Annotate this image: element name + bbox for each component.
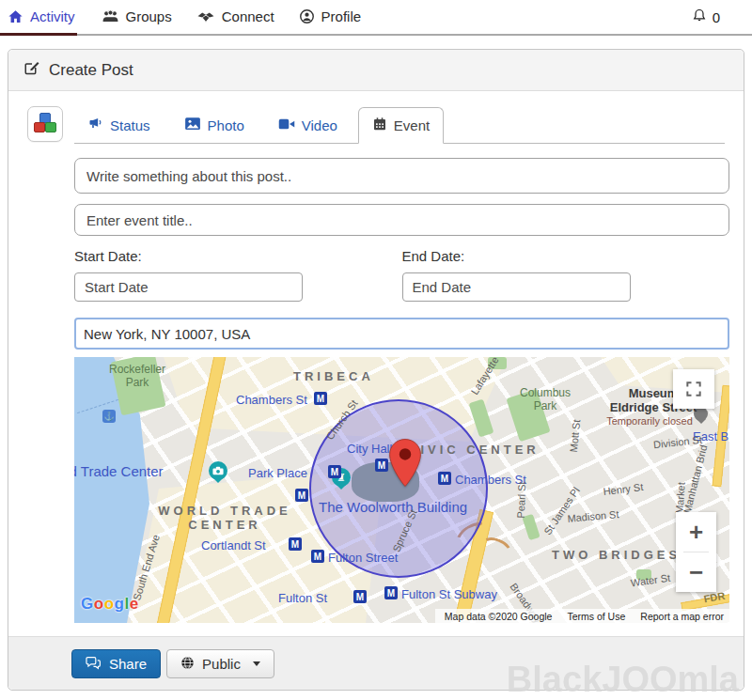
tab-photo[interactable]: Photo: [171, 107, 258, 143]
end-date-label: End Date:: [402, 248, 730, 264]
share-button-label: Share: [109, 656, 147, 672]
caret-down-icon: [253, 661, 260, 666]
report-error-link[interactable]: Report a map error: [640, 611, 724, 622]
panel-body: Status Photo Video: [8, 91, 744, 623]
date-row: Start Date: End Date:: [74, 248, 729, 302]
notification-count: 0: [713, 9, 720, 25]
google-logo-letter: g: [115, 595, 125, 613]
photo-icon: [184, 117, 201, 133]
nav-item-connect[interactable]: Connect: [196, 0, 274, 36]
location-pin-icon[interactable]: [387, 438, 423, 488]
tab-event[interactable]: Event: [358, 107, 444, 144]
map-park: [636, 569, 651, 580]
share-button[interactable]: Share: [71, 649, 161, 678]
nav-item-groups[interactable]: Groups: [102, 0, 172, 36]
google-logo-letter: o: [94, 595, 104, 613]
comments-icon: [86, 656, 102, 673]
camera-marker-icon[interactable]: [209, 461, 227, 480]
nav-item-label: Connect: [222, 8, 274, 24]
map-data-text: Map data ©2020 Google: [445, 611, 553, 622]
closed-place-marker-icon[interactable]: [694, 407, 708, 421]
handshake-icon: [196, 9, 215, 24]
map-park: [488, 357, 507, 369]
google-logo-letter: e: [130, 595, 139, 613]
end-date-input[interactable]: [402, 272, 631, 302]
nav-item-label: Activity: [30, 8, 75, 24]
composer-tabs: Status Photo Video: [74, 107, 725, 144]
event-title-input[interactable]: [74, 204, 729, 236]
visibility-dropdown[interactable]: Public: [166, 649, 274, 678]
start-date-label: Start Date:: [74, 248, 402, 264]
composer-tab-row: Status Photo Video: [27, 106, 725, 144]
nav-item-profile[interactable]: Profile: [299, 0, 362, 36]
panel-title: Create Post: [49, 61, 133, 80]
calendar-icon: [372, 117, 387, 134]
tab-video[interactable]: Video: [265, 107, 351, 143]
harbor-icon: ⚓: [102, 410, 116, 423]
nav-item-label: Profile: [321, 8, 362, 24]
tab-label: Video: [302, 117, 337, 133]
avatar-cube-red: [34, 122, 45, 132]
home-icon: [8, 8, 24, 24]
create-post-panel: Create Post Status: [8, 49, 744, 691]
post-message-input[interactable]: [74, 158, 729, 194]
tab-label: Event: [394, 117, 430, 133]
megaphone-icon: [87, 117, 103, 134]
video-icon: [278, 117, 295, 133]
end-date-column: End Date:: [402, 248, 730, 302]
tab-status[interactable]: Status: [74, 107, 164, 143]
panel-header: Create Post: [8, 50, 744, 91]
rook-glyph: ♜: [337, 472, 346, 484]
zoom-in-button[interactable]: +: [676, 512, 716, 552]
visibility-label: Public: [202, 656, 241, 672]
google-logo[interactable]: Google: [81, 595, 139, 614]
nav-item-label: Groups: [126, 8, 172, 24]
tab-label: Photo: [208, 117, 244, 133]
tab-label: Status: [110, 117, 150, 133]
top-nav: Activity Groups Connect Profile 0: [0, 0, 752, 36]
map-attribution: Map data ©2020 Google Terms of Use Repor…: [435, 609, 729, 623]
location-input[interactable]: [74, 318, 729, 350]
page: Activity Groups Connect Profile 0: [0, 0, 752, 700]
fullscreen-icon: [684, 380, 703, 398]
google-logo-letter: o: [104, 595, 115, 613]
google-logo-letter: G: [81, 595, 94, 613]
map[interactable]: ⚓: [74, 357, 729, 623]
bell-icon: [692, 8, 707, 26]
map-zoom-control: + −: [676, 512, 716, 592]
notifications-button[interactable]: 0: [692, 0, 720, 34]
avatar-cube-green: [45, 122, 56, 132]
avatar[interactable]: [27, 106, 63, 142]
nav-item-activity[interactable]: Activity: [0, 0, 77, 36]
user-circle-icon: [299, 8, 315, 24]
city-hall-marker-icon[interactable]: ♜: [332, 468, 351, 487]
terms-link[interactable]: Terms of Use: [567, 611, 625, 622]
globe-icon: [180, 656, 195, 673]
start-date-input[interactable]: [74, 272, 303, 302]
zoom-out-button[interactable]: −: [676, 552, 716, 592]
event-form: Start Date: End Date:: [74, 144, 729, 623]
start-date-column: Start Date:: [74, 248, 402, 302]
fullscreen-button[interactable]: [673, 369, 714, 409]
users-icon: [102, 8, 119, 24]
panel-footer: Share Public: [8, 636, 744, 690]
edit-icon: [24, 59, 40, 81]
